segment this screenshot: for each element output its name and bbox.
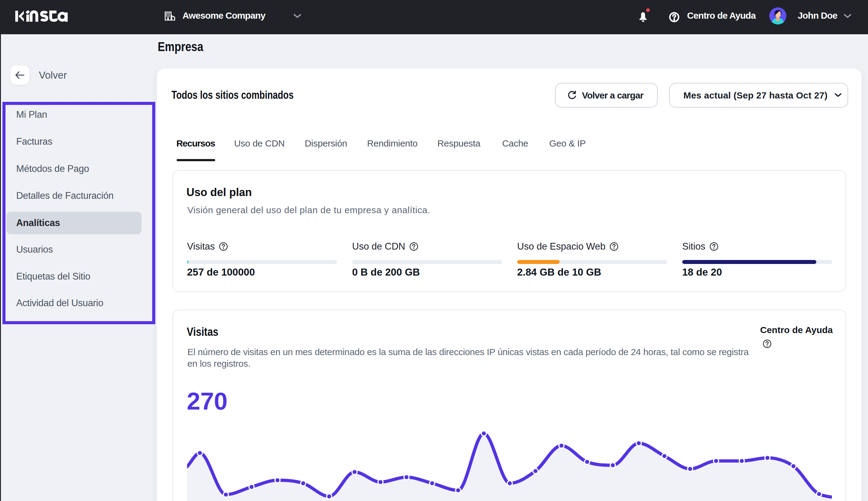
plan-usage-card: Uso del plan Visión general del uso del … bbox=[172, 170, 846, 292]
arrow-left-icon bbox=[15, 71, 25, 79]
metric-progress-track bbox=[352, 260, 502, 264]
reload-label: Volver a cargar bbox=[582, 90, 644, 100]
tab-6[interactable]: Cache bbox=[502, 138, 528, 149]
metric-value: 257 de 100000 bbox=[187, 266, 255, 278]
metric-value: 2.84 GB de 10 GB bbox=[517, 266, 601, 278]
kinsta-logo[interactable] bbox=[15, 10, 68, 22]
combined-sites-heading: Todos los sitios combinados bbox=[172, 89, 294, 101]
tab-3[interactable]: Dispersión bbox=[305, 138, 347, 149]
notification-dot bbox=[646, 8, 650, 12]
metric-label: Sitios bbox=[682, 241, 718, 252]
metric-progress-track bbox=[682, 260, 832, 264]
help-circle-icon bbox=[669, 12, 679, 22]
metric-label: Visitas bbox=[187, 241, 228, 252]
metric-progress-track bbox=[187, 260, 337, 264]
sidebar-item-2[interactable]: Facturas bbox=[7, 130, 142, 153]
metric-help-circle-icon[interactable] bbox=[710, 242, 718, 251]
visits-total: 270 bbox=[187, 389, 227, 414]
visits-title: Visitas bbox=[187, 326, 219, 339]
visits-description-line1: El número de visitas en un mes determina… bbox=[187, 347, 748, 357]
period-dropdown[interactable]: Mes actual (Sep 27 hasta Oct 27) bbox=[669, 83, 848, 108]
metric-value: 0 B de 200 GB bbox=[352, 266, 420, 278]
sidebar-item-3[interactable]: Métodos de Pago bbox=[7, 158, 142, 180]
back-button[interactable] bbox=[10, 65, 29, 85]
metric-progress-fill bbox=[517, 260, 560, 264]
metric-progress-fill bbox=[187, 260, 188, 264]
bell-icon bbox=[638, 12, 648, 22]
metric-label: Uso de CDN bbox=[352, 241, 418, 252]
tab-4[interactable]: Rendimiento bbox=[367, 138, 417, 149]
sidebar-item-8[interactable]: Actividad del Usuario bbox=[7, 292, 142, 315]
company-chevron-down-icon bbox=[294, 14, 301, 19]
reload-button[interactable]: Volver a cargar bbox=[555, 83, 658, 108]
avatar bbox=[769, 7, 787, 24]
sidebar-item-1[interactable]: Mi Plan bbox=[7, 103, 142, 126]
user-name: John Doe bbox=[798, 10, 837, 21]
topbar: Awesome Company Centro de Ayuda John Doe bbox=[0, 0, 868, 34]
plan-usage-title: Uso del plan bbox=[186, 186, 252, 199]
period-chevron-down-icon bbox=[834, 93, 842, 98]
visits-description-line2: en los registros. bbox=[187, 359, 250, 369]
metric-progress-track bbox=[517, 260, 667, 264]
sidebar-item-6[interactable]: Usuarios bbox=[7, 238, 142, 261]
metric-value: 18 de 20 bbox=[682, 266, 722, 278]
metric-help-circle-icon[interactable] bbox=[219, 242, 228, 251]
refresh-icon bbox=[567, 90, 577, 100]
tab-7[interactable]: Geo & IP bbox=[549, 138, 585, 149]
sidebar-item-4[interactable]: Detalles de Facturación bbox=[7, 184, 142, 207]
metric-label: Uso de Espacio Web bbox=[517, 241, 618, 252]
notifications-button[interactable] bbox=[637, 9, 652, 23]
tab-2[interactable]: Uso de CDN bbox=[234, 138, 285, 149]
tab-1[interactable]: Recursos bbox=[176, 138, 215, 149]
plan-usage-subtitle: Visión general del uso del plan de tu em… bbox=[187, 205, 430, 215]
building-icon bbox=[164, 11, 175, 21]
metric-help-circle-icon[interactable] bbox=[610, 242, 618, 251]
sidebar-item-7[interactable]: Etiquetas del Sitio bbox=[7, 265, 142, 288]
company-name: Awesome Company bbox=[183, 10, 265, 21]
window-left-edge bbox=[0, 34, 1, 501]
tab-5[interactable]: Respuesta bbox=[437, 138, 481, 149]
metric-help-circle-icon[interactable] bbox=[409, 242, 418, 251]
sidebar-item-5[interactable]: Analíticas bbox=[7, 212, 142, 234]
user-chevron-down-icon bbox=[844, 14, 851, 19]
page-title: Empresa bbox=[158, 40, 203, 54]
period-label: Mes actual (Sep 27 hasta Oct 27) bbox=[683, 90, 828, 100]
visits-help-link[interactable]: Centro de Ayuda bbox=[760, 325, 834, 335]
visits-help-circle-icon[interactable] bbox=[763, 340, 771, 348]
help-center-label: Centro de Ayuda bbox=[687, 10, 756, 21]
metric-progress-fill bbox=[682, 260, 816, 264]
back-label: Volver bbox=[39, 70, 67, 81]
visits-card bbox=[172, 310, 846, 501]
